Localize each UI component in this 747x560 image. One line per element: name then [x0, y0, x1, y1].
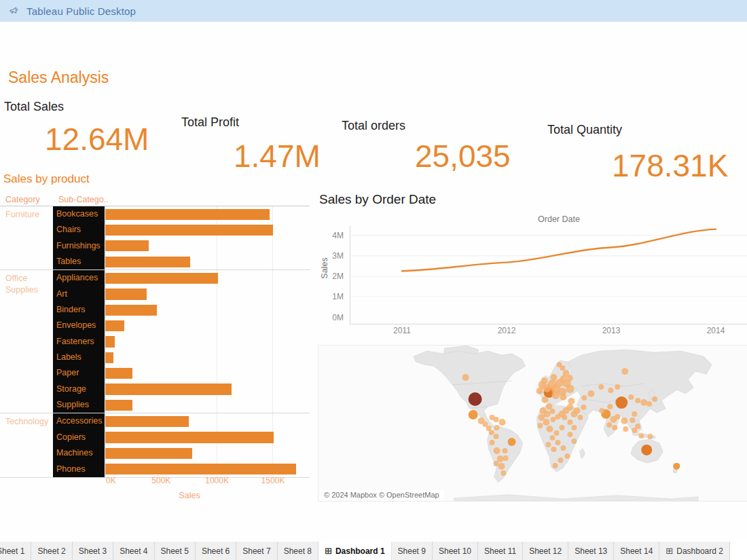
subcategory-label[interactable]: Art	[53, 286, 105, 302]
tab-sheet-8[interactable]: Sheet 8	[278, 542, 318, 560]
bar[interactable]	[105, 257, 190, 267]
map-bubble[interactable]	[551, 447, 556, 452]
subcategory-label[interactable]: Chairs	[53, 222, 105, 238]
tab-sheet-10[interactable]: Sheet 10	[433, 542, 478, 560]
map-bubble[interactable]	[567, 419, 572, 425]
map-bubble[interactable]	[635, 424, 640, 429]
map-bubble[interactable]	[555, 414, 560, 419]
map-attribution[interactable]: © 2024 Mapbox © OpenStreetMap	[320, 490, 443, 500]
map-bubble[interactable]	[503, 455, 509, 461]
bar[interactable]	[105, 240, 149, 251]
subcategory-label[interactable]: Bookcases	[53, 206, 105, 222]
map-bubble[interactable]	[562, 415, 567, 420]
map-bubble[interactable]	[628, 394, 634, 400]
map-bubble[interactable]	[606, 422, 612, 428]
subcategory-label[interactable]: Labels	[53, 350, 105, 365]
map-bubble[interactable]	[543, 419, 549, 426]
map-bubble[interactable]	[630, 417, 635, 423]
map-bubble[interactable]	[632, 411, 637, 417]
map-bubble[interactable]	[494, 461, 499, 466]
category-label[interactable]: Technology	[0, 413, 53, 477]
subcategory-label[interactable]: Copiers	[53, 430, 105, 445]
bar[interactable]	[105, 400, 132, 411]
map-bubble[interactable]	[598, 384, 604, 390]
map-bubble[interactable]	[545, 442, 551, 447]
map-bubble[interactable]	[581, 395, 587, 400]
map-bubble[interactable]	[498, 463, 505, 470]
tab-sheet-2[interactable]: Sheet 2	[31, 542, 72, 560]
map-bubble[interactable]	[615, 396, 627, 409]
map-bubble[interactable]	[558, 458, 563, 463]
map-bubble[interactable]	[497, 455, 504, 462]
subcategory-label[interactable]: Binders	[53, 302, 105, 318]
map-bubble[interactable]	[599, 408, 604, 413]
map-bubble[interactable]	[489, 430, 494, 435]
map-bubble[interactable]	[641, 445, 652, 455]
tab-sheet-3[interactable]: Sheet 3	[73, 542, 113, 560]
tab-sheet-11[interactable]: Sheet 11	[478, 542, 523, 560]
map-bubble[interactable]	[623, 426, 628, 432]
map-bubble[interactable]	[647, 434, 653, 439]
map-bubble[interactable]	[494, 447, 500, 454]
tab-sheet-12[interactable]: Sheet 12	[523, 542, 568, 560]
map-bubble[interactable]	[635, 398, 640, 403]
map-bubble[interactable]	[673, 463, 680, 470]
map-bubble[interactable]	[571, 438, 577, 444]
map-bubble[interactable]	[615, 414, 620, 419]
subcategory-label[interactable]: Furnishings	[53, 238, 105, 254]
bar[interactable]	[105, 288, 147, 299]
map-bubble[interactable]	[469, 410, 478, 419]
map-bubble[interactable]	[646, 401, 652, 407]
bar[interactable]	[105, 273, 218, 284]
subcategory-label[interactable]: Supplies	[53, 397, 105, 413]
map-bubble[interactable]	[494, 417, 499, 422]
map-bubble[interactable]	[566, 375, 572, 381]
tab-sheet-4[interactable]: Sheet 4	[113, 542, 154, 560]
tab-sheet-6[interactable]: Sheet 6	[196, 542, 236, 560]
map-bubble[interactable]	[550, 417, 555, 422]
map-bubble[interactable]	[501, 470, 507, 476]
map-bubble[interactable]	[638, 433, 644, 438]
map-bubble[interactable]	[652, 396, 657, 402]
map-bubble[interactable]	[615, 384, 620, 390]
map-bubble[interactable]	[560, 365, 565, 371]
map-bubble[interactable]	[568, 398, 575, 405]
bar[interactable]	[105, 432, 274, 443]
tab-sheet-13[interactable]: Sheet 13	[568, 542, 614, 560]
subcategory-label[interactable]: Phones	[53, 462, 105, 477]
map-bubble[interactable]	[469, 392, 482, 406]
bar[interactable]	[105, 464, 296, 474]
world-map[interactable]	[318, 346, 747, 501]
tab-sheet-9[interactable]: Sheet 9	[392, 542, 433, 560]
map-bubble[interactable]	[549, 435, 555, 441]
map-bubble[interactable]	[607, 404, 613, 409]
bar[interactable]	[105, 352, 113, 363]
subcategory-label[interactable]: Appliances	[53, 270, 105, 286]
bar[interactable]	[105, 336, 115, 347]
map-bubble[interactable]	[612, 425, 617, 430]
map-bubble[interactable]	[551, 391, 560, 399]
map-bubble[interactable]	[559, 425, 564, 430]
map-bubble[interactable]	[546, 426, 553, 432]
map-bubble[interactable]	[537, 423, 543, 428]
map-bubble[interactable]	[550, 374, 557, 381]
line-chart[interactable]	[350, 225, 747, 327]
bar[interactable]	[105, 384, 232, 394]
map-bubble[interactable]	[555, 440, 560, 445]
category-label[interactable]: Office Supplies	[0, 270, 53, 413]
bar[interactable]	[105, 448, 192, 459]
tab-sheet-5[interactable]: Sheet 5	[155, 542, 196, 560]
subcategory-label[interactable]: Machines	[53, 445, 105, 461]
bar[interactable]	[105, 416, 189, 427]
subcategory-column-header[interactable]: Sub-Catego..	[58, 195, 110, 204]
map-bubble[interactable]	[566, 385, 574, 393]
map-bubble[interactable]	[570, 411, 577, 417]
category-label[interactable]: Furniture	[0, 206, 53, 269]
tab-sheet-1[interactable]: Sheet 1	[0, 542, 31, 560]
map-bubble[interactable]	[564, 453, 570, 459]
map-bubble[interactable]	[462, 374, 469, 381]
bar[interactable]	[105, 320, 124, 331]
bar[interactable]	[105, 368, 132, 379]
megaphone-icon[interactable]	[10, 7, 18, 16]
map-bubble[interactable]	[494, 434, 499, 439]
